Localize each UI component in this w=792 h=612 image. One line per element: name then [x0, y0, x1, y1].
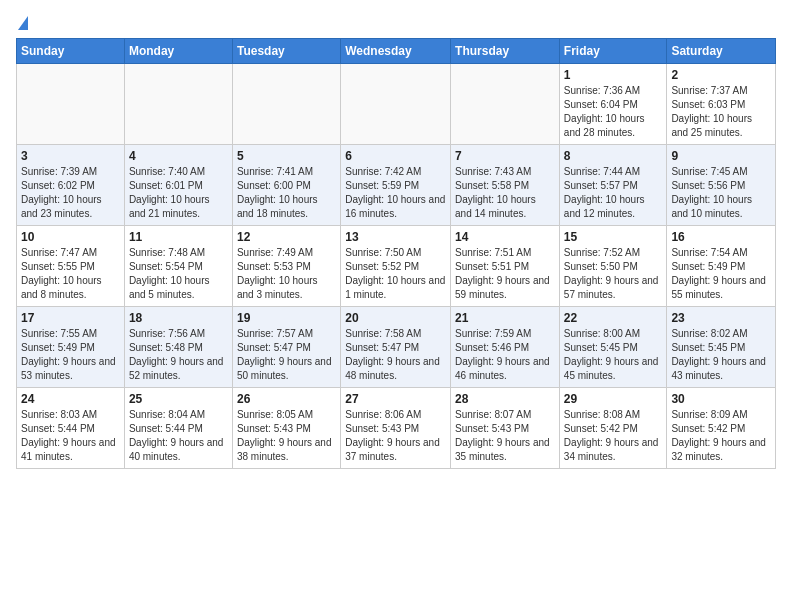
calendar-week-row: 3Sunrise: 7:39 AM Sunset: 6:02 PM Daylig…: [17, 145, 776, 226]
calendar-cell: 29Sunrise: 8:08 AM Sunset: 5:42 PM Dayli…: [559, 388, 667, 469]
page-header: [16, 16, 776, 30]
day-number: 21: [455, 311, 555, 325]
calendar-header-sunday: Sunday: [17, 39, 125, 64]
calendar-cell: 8Sunrise: 7:44 AM Sunset: 5:57 PM Daylig…: [559, 145, 667, 226]
day-number: 9: [671, 149, 771, 163]
day-number: 26: [237, 392, 336, 406]
day-number: 17: [21, 311, 120, 325]
day-info: Sunrise: 7:39 AM Sunset: 6:02 PM Dayligh…: [21, 165, 120, 221]
day-info: Sunrise: 7:37 AM Sunset: 6:03 PM Dayligh…: [671, 84, 771, 140]
day-number: 29: [564, 392, 663, 406]
day-info: Sunrise: 7:36 AM Sunset: 6:04 PM Dayligh…: [564, 84, 663, 140]
day-info: Sunrise: 7:50 AM Sunset: 5:52 PM Dayligh…: [345, 246, 446, 302]
day-number: 4: [129, 149, 228, 163]
calendar-cell: [451, 64, 560, 145]
calendar-cell: 15Sunrise: 7:52 AM Sunset: 5:50 PM Dayli…: [559, 226, 667, 307]
calendar-cell: 7Sunrise: 7:43 AM Sunset: 5:58 PM Daylig…: [451, 145, 560, 226]
calendar-header-saturday: Saturday: [667, 39, 776, 64]
calendar-cell: 18Sunrise: 7:56 AM Sunset: 5:48 PM Dayli…: [124, 307, 232, 388]
calendar-cell: 4Sunrise: 7:40 AM Sunset: 6:01 PM Daylig…: [124, 145, 232, 226]
calendar-header-friday: Friday: [559, 39, 667, 64]
day-info: Sunrise: 7:55 AM Sunset: 5:49 PM Dayligh…: [21, 327, 120, 383]
day-info: Sunrise: 8:08 AM Sunset: 5:42 PM Dayligh…: [564, 408, 663, 464]
day-info: Sunrise: 8:05 AM Sunset: 5:43 PM Dayligh…: [237, 408, 336, 464]
day-info: Sunrise: 7:57 AM Sunset: 5:47 PM Dayligh…: [237, 327, 336, 383]
calendar-cell: 25Sunrise: 8:04 AM Sunset: 5:44 PM Dayli…: [124, 388, 232, 469]
calendar-cell: 28Sunrise: 8:07 AM Sunset: 5:43 PM Dayli…: [451, 388, 560, 469]
calendar-cell: 1Sunrise: 7:36 AM Sunset: 6:04 PM Daylig…: [559, 64, 667, 145]
calendar-cell: 17Sunrise: 7:55 AM Sunset: 5:49 PM Dayli…: [17, 307, 125, 388]
calendar-week-row: 17Sunrise: 7:55 AM Sunset: 5:49 PM Dayli…: [17, 307, 776, 388]
day-number: 14: [455, 230, 555, 244]
calendar-week-row: 10Sunrise: 7:47 AM Sunset: 5:55 PM Dayli…: [17, 226, 776, 307]
calendar-cell: 5Sunrise: 7:41 AM Sunset: 6:00 PM Daylig…: [232, 145, 340, 226]
day-info: Sunrise: 8:03 AM Sunset: 5:44 PM Dayligh…: [21, 408, 120, 464]
day-info: Sunrise: 7:43 AM Sunset: 5:58 PM Dayligh…: [455, 165, 555, 221]
day-number: 1: [564, 68, 663, 82]
day-info: Sunrise: 7:42 AM Sunset: 5:59 PM Dayligh…: [345, 165, 446, 221]
calendar-week-row: 1Sunrise: 7:36 AM Sunset: 6:04 PM Daylig…: [17, 64, 776, 145]
calendar-cell: 9Sunrise: 7:45 AM Sunset: 5:56 PM Daylig…: [667, 145, 776, 226]
day-info: Sunrise: 8:06 AM Sunset: 5:43 PM Dayligh…: [345, 408, 446, 464]
calendar-cell: 11Sunrise: 7:48 AM Sunset: 5:54 PM Dayli…: [124, 226, 232, 307]
day-number: 30: [671, 392, 771, 406]
day-number: 11: [129, 230, 228, 244]
day-number: 8: [564, 149, 663, 163]
calendar-cell: 24Sunrise: 8:03 AM Sunset: 5:44 PM Dayli…: [17, 388, 125, 469]
day-number: 20: [345, 311, 446, 325]
day-info: Sunrise: 7:49 AM Sunset: 5:53 PM Dayligh…: [237, 246, 336, 302]
calendar-cell: 3Sunrise: 7:39 AM Sunset: 6:02 PM Daylig…: [17, 145, 125, 226]
calendar-cell: 13Sunrise: 7:50 AM Sunset: 5:52 PM Dayli…: [341, 226, 451, 307]
day-info: Sunrise: 7:54 AM Sunset: 5:49 PM Dayligh…: [671, 246, 771, 302]
logo: [16, 16, 28, 30]
calendar-header-row: SundayMondayTuesdayWednesdayThursdayFrid…: [17, 39, 776, 64]
day-info: Sunrise: 8:09 AM Sunset: 5:42 PM Dayligh…: [671, 408, 771, 464]
calendar-cell: [341, 64, 451, 145]
day-number: 6: [345, 149, 446, 163]
day-number: 28: [455, 392, 555, 406]
calendar-cell: 10Sunrise: 7:47 AM Sunset: 5:55 PM Dayli…: [17, 226, 125, 307]
calendar-cell: [17, 64, 125, 145]
day-info: Sunrise: 8:02 AM Sunset: 5:45 PM Dayligh…: [671, 327, 771, 383]
calendar-cell: 6Sunrise: 7:42 AM Sunset: 5:59 PM Daylig…: [341, 145, 451, 226]
day-info: Sunrise: 8:00 AM Sunset: 5:45 PM Dayligh…: [564, 327, 663, 383]
calendar-cell: 14Sunrise: 7:51 AM Sunset: 5:51 PM Dayli…: [451, 226, 560, 307]
calendar-cell: [124, 64, 232, 145]
day-number: 13: [345, 230, 446, 244]
calendar-cell: 21Sunrise: 7:59 AM Sunset: 5:46 PM Dayli…: [451, 307, 560, 388]
logo-icon: [18, 16, 28, 30]
day-number: 23: [671, 311, 771, 325]
calendar-week-row: 24Sunrise: 8:03 AM Sunset: 5:44 PM Dayli…: [17, 388, 776, 469]
calendar-cell: 16Sunrise: 7:54 AM Sunset: 5:49 PM Dayli…: [667, 226, 776, 307]
calendar-cell: 30Sunrise: 8:09 AM Sunset: 5:42 PM Dayli…: [667, 388, 776, 469]
day-number: 19: [237, 311, 336, 325]
day-number: 27: [345, 392, 446, 406]
calendar-cell: 2Sunrise: 7:37 AM Sunset: 6:03 PM Daylig…: [667, 64, 776, 145]
day-number: 24: [21, 392, 120, 406]
day-info: Sunrise: 7:41 AM Sunset: 6:00 PM Dayligh…: [237, 165, 336, 221]
day-info: Sunrise: 8:07 AM Sunset: 5:43 PM Dayligh…: [455, 408, 555, 464]
day-info: Sunrise: 7:44 AM Sunset: 5:57 PM Dayligh…: [564, 165, 663, 221]
day-info: Sunrise: 7:40 AM Sunset: 6:01 PM Dayligh…: [129, 165, 228, 221]
day-number: 22: [564, 311, 663, 325]
day-info: Sunrise: 8:04 AM Sunset: 5:44 PM Dayligh…: [129, 408, 228, 464]
day-info: Sunrise: 7:59 AM Sunset: 5:46 PM Dayligh…: [455, 327, 555, 383]
day-number: 7: [455, 149, 555, 163]
day-info: Sunrise: 7:58 AM Sunset: 5:47 PM Dayligh…: [345, 327, 446, 383]
day-number: 12: [237, 230, 336, 244]
day-number: 2: [671, 68, 771, 82]
day-info: Sunrise: 7:45 AM Sunset: 5:56 PM Dayligh…: [671, 165, 771, 221]
calendar-cell: 12Sunrise: 7:49 AM Sunset: 5:53 PM Dayli…: [232, 226, 340, 307]
calendar-table: SundayMondayTuesdayWednesdayThursdayFrid…: [16, 38, 776, 469]
day-info: Sunrise: 7:47 AM Sunset: 5:55 PM Dayligh…: [21, 246, 120, 302]
day-number: 25: [129, 392, 228, 406]
day-number: 18: [129, 311, 228, 325]
day-number: 3: [21, 149, 120, 163]
calendar-cell: 27Sunrise: 8:06 AM Sunset: 5:43 PM Dayli…: [341, 388, 451, 469]
day-info: Sunrise: 7:48 AM Sunset: 5:54 PM Dayligh…: [129, 246, 228, 302]
calendar-header-thursday: Thursday: [451, 39, 560, 64]
calendar-header-monday: Monday: [124, 39, 232, 64]
day-number: 5: [237, 149, 336, 163]
calendar-cell: 20Sunrise: 7:58 AM Sunset: 5:47 PM Dayli…: [341, 307, 451, 388]
calendar-cell: 26Sunrise: 8:05 AM Sunset: 5:43 PM Dayli…: [232, 388, 340, 469]
